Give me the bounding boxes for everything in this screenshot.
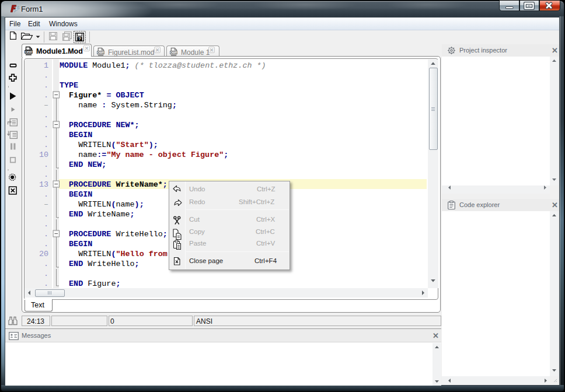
svg-text:OBR: OBR <box>97 51 104 54</box>
svg-text:OBR: OBR <box>170 51 177 54</box>
svg-text:OBR: OBR <box>25 50 33 54</box>
svg-text:?: ? <box>78 36 81 41</box>
